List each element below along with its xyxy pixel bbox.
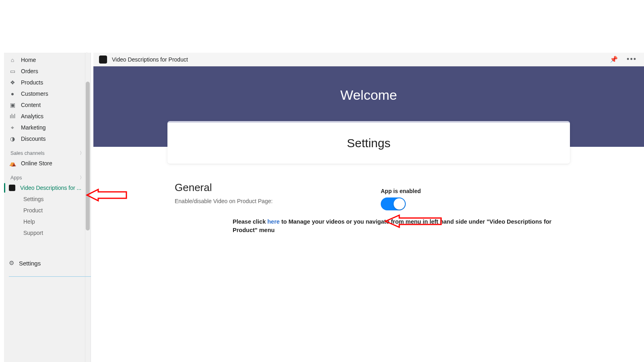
content-icon: ▣ (9, 102, 16, 108)
sidebar-item-label: Orders (21, 68, 38, 74)
app-icon (99, 56, 107, 64)
main-content: Video Descriptions for Product 📌 ••• Wel… (93, 53, 644, 362)
sidebar-item-label: Products (21, 79, 43, 86)
helper-text: Please click here to Manage your videos … (233, 218, 567, 234)
gear-icon: ⚙ (9, 259, 14, 267)
sidebar-item-label: Customers (21, 90, 48, 97)
sidebar-item-label: Home (21, 57, 36, 63)
divider (9, 276, 91, 277)
sidebar: ▲ ⌂ Home ▭ Orders ❖ Products ● Customers (4, 53, 91, 362)
analytics-icon: ılıl (9, 113, 16, 119)
marketing-icon: ⌖ (9, 124, 16, 131)
enable-toggle[interactable] (381, 197, 406, 210)
general-heading: General (175, 181, 272, 194)
card-title: Settings (175, 136, 562, 150)
sidebar-item-analytics[interactable]: ılıl Analytics (6, 111, 88, 122)
sidebar-item-customers[interactable]: ● Customers (6, 88, 88, 99)
sidebar-subitem-help[interactable]: Help (21, 216, 88, 227)
app-enabled-label: App is enabled (381, 188, 566, 194)
sidebar-item-orders[interactable]: ▭ Orders (6, 66, 88, 77)
chevron-right-icon: 〉 (80, 175, 84, 181)
sidebar-subitem-support[interactable]: Support (21, 227, 88, 239)
products-icon: ❖ (9, 79, 16, 86)
orders-icon: ▭ (9, 68, 16, 74)
sidebar-item-label: Video Descriptions for ... (20, 185, 81, 191)
sidebar-item-label: Analytics (21, 113, 43, 119)
section-label: Sales channels (10, 150, 45, 156)
app-topbar: Video Descriptions for Product 📌 ••• (93, 53, 644, 66)
sidebar-item-discounts[interactable]: ◑ Discounts (6, 133, 88, 144)
sidebar-subitem-product[interactable]: Product (21, 205, 88, 216)
sidebar-item-home[interactable]: ⌂ Home (6, 54, 88, 66)
hero-title: Welcome (340, 87, 397, 103)
sidebar-item-online-store[interactable]: ⛺ Online Store (6, 158, 88, 169)
section-sales-channels[interactable]: Sales channels 〉 (6, 144, 88, 158)
home-icon: ⌂ (9, 57, 16, 63)
scrollbar-thumb[interactable] (86, 82, 90, 230)
discounts-icon: ◑ (9, 136, 16, 142)
more-actions-icon[interactable]: ••• (625, 55, 638, 64)
app-title: Video Descriptions for Product (112, 56, 188, 63)
sidebar-item-products[interactable]: ❖ Products (6, 77, 88, 88)
sidebar-item-label: Marketing (21, 124, 45, 131)
toggle-knob (394, 198, 405, 210)
sidebar-item-label: Online Store (21, 160, 52, 167)
sidebar-item-video-descriptions-app[interactable]: Video Descriptions for ... (6, 182, 88, 193)
primary-nav: ⌂ Home ▭ Orders ❖ Products ● Customers ▣ (4, 53, 91, 239)
sidebar-item-label: Settings (19, 260, 41, 267)
sidebar-item-label: Discounts (21, 136, 45, 142)
scrollbar-track[interactable] (85, 53, 91, 362)
section-label: Apps (10, 175, 22, 181)
sidebar-item-settings[interactable]: ⚙ Settings (4, 256, 91, 270)
settings-card: Settings (167, 121, 570, 164)
store-icon: ⛺ (9, 160, 16, 167)
chevron-right-icon: 〉 (80, 150, 84, 156)
sidebar-subitem-settings[interactable]: Settings (21, 193, 88, 205)
pin-icon[interactable]: 📌 (607, 56, 620, 63)
app-sub-items: Settings Product Help Support (6, 193, 88, 239)
sidebar-item-label: Content (21, 102, 41, 108)
app-icon (9, 185, 15, 191)
general-subtext: Enable/disable Video on Product Page: (175, 198, 272, 204)
sidebar-item-marketing[interactable]: ⌖ Marketing (6, 122, 88, 133)
section-apps[interactable]: Apps 〉 (6, 169, 88, 182)
customers-icon: ● (9, 90, 16, 97)
manage-videos-link[interactable]: here (267, 218, 280, 225)
sidebar-item-content[interactable]: ▣ Content (6, 99, 88, 111)
